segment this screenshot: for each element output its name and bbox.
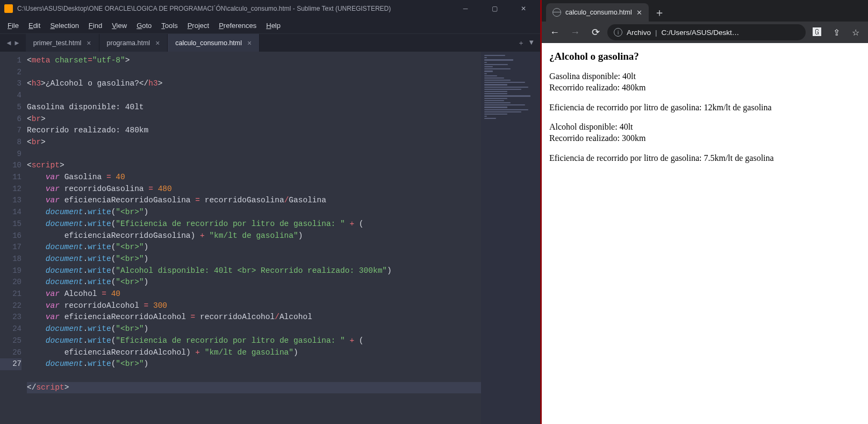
code-line[interactable] (27, 370, 481, 382)
chrome-window: calculo_consumo.html ✕ ＋ ← → ⟳ i Archivo… (542, 0, 868, 424)
sublime-menubar: FileEditSelectionFindViewGotoToolsProjec… (0, 17, 540, 33)
code-line[interactable]: var eficienciaRecorridoGasolina = recorr… (27, 195, 481, 207)
menu-preferences[interactable]: Preferences (214, 19, 261, 32)
chrome-tabstrip: calculo_consumo.html ✕ ＋ (542, 0, 868, 22)
code-line[interactable] (27, 149, 481, 160)
tab-back-icon[interactable]: ◄ (5, 39, 12, 47)
editor-tab-label: calculo_consumo.html (175, 39, 242, 47)
sublime-window: C:\Users\ASUS\Desktop\ONE ORACLE\LOGICA … (0, 0, 540, 424)
code-line[interactable]: eficienciaRecorridoGasolina) + "km/lt de… (27, 230, 481, 242)
minimap[interactable] (481, 52, 540, 424)
menu-project[interactable]: Project (183, 19, 213, 32)
editor-area: 1234567891011121314151617181920212223242… (0, 52, 540, 424)
tab-close-icon[interactable]: ✕ (636, 9, 642, 17)
code-line[interactable]: Recorrido realizado: 480km (27, 125, 481, 137)
code-line[interactable]: document.write("Eficiencia de recorrido … (27, 218, 481, 230)
line-number-gutter[interactable]: 1234567891011121314151617181920212223242… (0, 52, 27, 424)
code-line[interactable]: <h3>¿Alcohol o gasolina?</h3> (27, 78, 481, 90)
code-line[interactable]: document.write("Eficiencia de recorrido … (27, 335, 481, 347)
close-icon[interactable]: × (87, 39, 91, 47)
menu-edit[interactable]: Edit (24, 19, 45, 32)
code-line[interactable]: eficienciaRecorridoAlcohol) + "km/lt de … (27, 347, 481, 359)
menu-find[interactable]: Find (84, 19, 106, 32)
code-line[interactable]: document.write("Alcohol disponible: 40lt… (27, 265, 481, 277)
code-line[interactable]: Gasolina disponible: 40lt (27, 102, 481, 114)
code-line[interactable]: document.write("<br>") (27, 358, 481, 370)
menu-file[interactable]: File (3, 19, 23, 32)
new-browser-tab-button[interactable]: ＋ (649, 3, 670, 22)
code-line[interactable]: <meta charset="utf-8"> (27, 55, 481, 67)
chrome-toolbar: ← → ⟳ i Archivo | C:/Users/ASUS/Deskt… 🅶… (542, 22, 868, 43)
window-minimize-button[interactable]: ─ (453, 0, 478, 17)
tab-overflow-controls[interactable]: ＋ ▼ (512, 38, 540, 48)
code-line[interactable]: var eficienciaRecorridoAlcohol = recorri… (27, 312, 481, 323)
menu-goto[interactable]: Goto (132, 19, 156, 32)
browser-tab[interactable]: calculo_consumo.html ✕ (546, 3, 649, 22)
share-icon[interactable]: ⇪ (828, 24, 844, 40)
window-maximize-button[interactable]: ▢ (482, 0, 507, 17)
code-line[interactable] (27, 90, 481, 102)
editor-tab[interactable]: calculo_consumo.html× (168, 34, 260, 52)
sublime-logo-icon (4, 4, 13, 13)
code-line[interactable]: </script> (27, 382, 481, 394)
code-line[interactable]: document.write("<br>") (27, 277, 481, 288)
browser-tab-title: calculo_consumo.html (565, 9, 632, 16)
page-viewport[interactable]: ¿Alcohol o gasolina? Gasolina disponible… (542, 43, 868, 424)
bookmark-star-icon[interactable]: ☆ (848, 24, 864, 40)
reload-button[interactable]: ⟳ (587, 24, 604, 41)
back-button[interactable]: ← (546, 24, 563, 41)
editor-tab[interactable]: primer_test.html× (26, 34, 99, 52)
menu-selection[interactable]: Selection (46, 19, 83, 32)
code-content[interactable]: <meta charset="utf-8"> <h3>¿Alcohol o ga… (27, 52, 481, 424)
para-eficiencia-gasolina: Eficiencia de recorrido por litro de gas… (549, 102, 860, 114)
site-info-icon[interactable]: i (614, 28, 622, 37)
code-line[interactable]: <br> (27, 114, 481, 125)
code-line[interactable]: document.write("<br>") (27, 253, 481, 265)
code-line[interactable]: document.write("<br>") (27, 207, 481, 218)
code-line[interactable] (27, 67, 481, 79)
para-eficiencia-alcohol: Eficiencia de recorrido por litro de gas… (549, 153, 860, 164)
code-line[interactable]: <script> (27, 160, 481, 172)
tab-forward-icon[interactable]: ► (13, 39, 20, 47)
editor-tab[interactable]: programa.html× (99, 34, 168, 52)
code-line[interactable]: document.write("<br>") (27, 323, 481, 335)
omnibox-scheme: Archivo (627, 29, 651, 37)
close-icon[interactable]: × (247, 39, 252, 47)
code-line[interactable]: document.write("<br>") (27, 242, 481, 253)
new-tab-icon[interactable]: ＋ (518, 38, 525, 48)
sublime-tabbar: ◄ ► primer_test.html×programa.html×calcu… (0, 33, 540, 52)
forward-button[interactable]: → (566, 24, 584, 41)
translate-icon[interactable]: 🅶 (809, 24, 825, 40)
menu-tools[interactable]: Tools (157, 19, 182, 32)
page-heading: ¿Alcohol o gasolina? (549, 51, 860, 62)
window-close-button[interactable]: ✕ (511, 0, 536, 17)
code-line[interactable]: var Gasolina = 40 (27, 172, 481, 183)
sublime-title: C:\Users\ASUS\Desktop\ONE ORACLE\LOGICA … (17, 5, 449, 12)
tab-dropdown-icon[interactable]: ▼ (528, 38, 535, 48)
globe-icon (553, 8, 561, 17)
para-gasolina: Gasolina disponible: 40lt Recorrido real… (549, 71, 860, 94)
code-line[interactable]: var recorridoAlcohol = 300 (27, 300, 481, 312)
code-line[interactable]: var recorridoGasolina = 480 (27, 183, 481, 195)
omnibox-url: C:/Users/ASUS/Deskt… (662, 29, 799, 37)
omnibox[interactable]: i Archivo | C:/Users/ASUS/Deskt… (607, 24, 806, 40)
tab-history-nav[interactable]: ◄ ► (0, 39, 26, 47)
menu-help[interactable]: Help (262, 19, 285, 32)
close-icon[interactable]: × (155, 39, 160, 47)
editor-tab-label: programa.html (107, 39, 150, 47)
menu-view[interactable]: View (107, 19, 131, 32)
editor-tab-label: primer_test.html (33, 39, 82, 47)
code-line[interactable]: <br> (27, 137, 481, 149)
sublime-titlebar[interactable]: C:\Users\ASUS\Desktop\ONE ORACLE\LOGICA … (0, 0, 540, 17)
code-line[interactable]: var Alcohol = 40 (27, 288, 481, 300)
para-alcohol: Alcohol disponible: 40lt Recorrido reali… (549, 122, 860, 144)
